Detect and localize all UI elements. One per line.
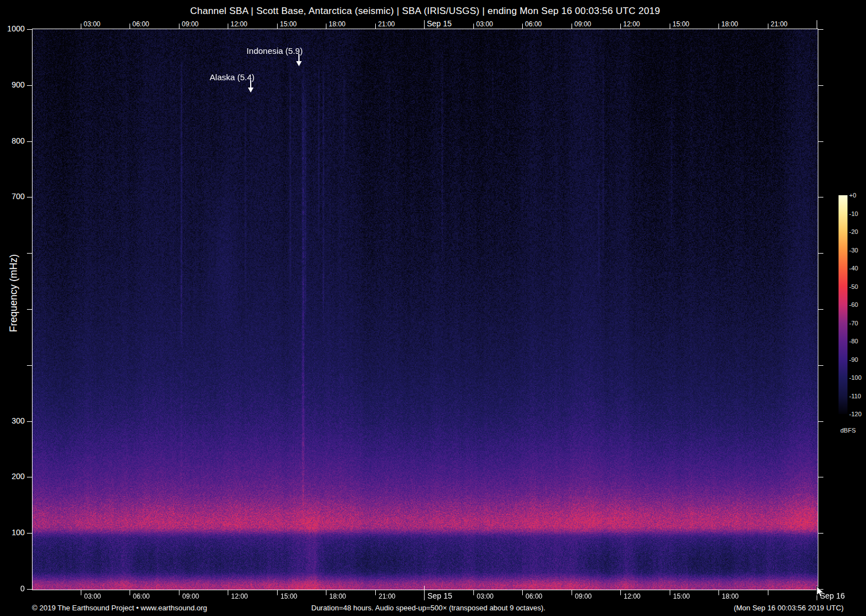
y-tick-right bbox=[818, 477, 823, 477]
x-tick-top bbox=[277, 24, 278, 29]
x-tick-label-bottom: 12:00 bbox=[624, 592, 641, 600]
x-tick-bottom bbox=[81, 590, 81, 595]
x-tick-bottom bbox=[326, 590, 326, 595]
y-tick-left bbox=[27, 85, 32, 86]
x-tick-bottom bbox=[768, 590, 768, 595]
x-tick-bottom bbox=[620, 590, 621, 595]
x-tick-label-top: 18:00 bbox=[329, 20, 346, 28]
y-tick-right bbox=[818, 29, 823, 30]
x-tick-label-top: 09:00 bbox=[182, 20, 199, 28]
y-tick-right bbox=[818, 365, 823, 366]
y-tick-label: 900 bbox=[1, 80, 25, 89]
x-tick-top bbox=[130, 24, 130, 29]
colorbar-tick-label: -50 bbox=[849, 283, 858, 290]
y-tick-label: 800 bbox=[1, 136, 25, 145]
annotation-arrow-icon bbox=[246, 80, 255, 93]
y-tick-left bbox=[27, 421, 32, 422]
x-tick-bottom bbox=[228, 590, 228, 595]
footer-duration: Duration=48 hours. Audio speed-up=500× (… bbox=[311, 604, 545, 612]
x-tick-label-bottom: Sep 16 bbox=[820, 591, 845, 600]
chart-title: Channel SBA | Scott Base, Antarctica (se… bbox=[33, 6, 818, 17]
y-tick-left bbox=[27, 141, 32, 142]
colorbar-tick-label: -10 bbox=[849, 210, 858, 217]
x-tick-label-top: 09:00 bbox=[574, 20, 591, 28]
colorbar-tick-label: -30 bbox=[849, 247, 858, 254]
y-tick-left bbox=[27, 309, 32, 310]
y-tick-left bbox=[27, 253, 32, 254]
x-tick-bottom bbox=[179, 590, 179, 595]
y-tick-right bbox=[818, 309, 823, 310]
colorbar-tick-label: -80 bbox=[849, 338, 858, 344]
x-tick-label-top: 06:00 bbox=[525, 20, 542, 28]
x-tick-label-top: Sep 15 bbox=[427, 19, 452, 28]
y-tick-label: 1000 bbox=[1, 24, 25, 33]
x-tick-bottom bbox=[375, 590, 376, 595]
y-tick-right bbox=[818, 141, 823, 142]
x-tick-bottom bbox=[473, 590, 474, 595]
mouse-cursor-icon bbox=[814, 586, 823, 598]
annotation-arrow-icon bbox=[294, 53, 303, 67]
colorbar-tick-label: -60 bbox=[849, 301, 858, 308]
y-tick-left bbox=[27, 533, 32, 534]
x-tick-top bbox=[817, 20, 817, 29]
x-tick-label-bottom: 12:00 bbox=[231, 592, 248, 600]
colorbar-tick-label: -120 bbox=[849, 411, 862, 417]
spectrogram-app: Channel SBA | Scott Base, Antarctica (se… bbox=[0, 0, 866, 616]
plot-frame bbox=[32, 29, 818, 590]
y-tick-left bbox=[27, 589, 32, 590]
x-tick-label-bottom: 15:00 bbox=[280, 592, 297, 600]
y-tick-label: 0 bbox=[1, 584, 25, 593]
x-tick-label-bottom: 03:00 bbox=[84, 592, 101, 600]
x-tick-top bbox=[375, 24, 376, 29]
x-tick-label-top: 15:00 bbox=[672, 20, 689, 28]
y-tick-left bbox=[27, 477, 32, 477]
x-tick-top bbox=[768, 24, 768, 29]
colorbar-tick-label: -90 bbox=[849, 356, 858, 363]
x-tick-top bbox=[620, 24, 621, 29]
x-tick-label-bottom: 15:00 bbox=[673, 592, 690, 600]
x-tick-top bbox=[522, 24, 523, 29]
x-tick-label-bottom: 21:00 bbox=[379, 592, 395, 600]
x-tick-bottom bbox=[522, 590, 523, 595]
colorbar-tick-label: -110 bbox=[849, 393, 861, 399]
colorbar-gradient bbox=[839, 195, 847, 414]
y-axis-title: Frequency (mHz) bbox=[8, 142, 20, 445]
x-tick-top bbox=[81, 24, 81, 29]
footer-copyright: © 2019 The Earthsound Project • www.eart… bbox=[32, 604, 207, 612]
colorbar-tick-label: -40 bbox=[849, 265, 858, 272]
x-tick-label-top: 21:00 bbox=[378, 20, 395, 28]
x-tick-bottom bbox=[718, 590, 719, 595]
colorbar-unit-label: dBFS bbox=[839, 427, 858, 434]
x-tick-label-bottom: 09:00 bbox=[182, 592, 199, 600]
x-tick-top bbox=[670, 24, 670, 29]
y-tick-label: 700 bbox=[1, 192, 25, 201]
x-tick-top bbox=[179, 24, 179, 29]
x-tick-bottom bbox=[572, 590, 572, 595]
x-tick-top bbox=[424, 20, 425, 29]
y-tick-right bbox=[818, 533, 823, 534]
x-tick-top bbox=[326, 24, 326, 29]
colorbar-tick-label: +0 bbox=[849, 192, 856, 199]
x-tick-label-bottom: 18:00 bbox=[329, 592, 346, 600]
colorbar-tick-label: -70 bbox=[849, 320, 858, 327]
x-tick-label-top: 15:00 bbox=[280, 20, 297, 28]
x-tick-top bbox=[572, 24, 572, 29]
x-tick-label-bottom: 03:00 bbox=[477, 592, 494, 600]
x-tick-bottom bbox=[130, 590, 130, 595]
y-tick-right bbox=[818, 421, 823, 422]
x-tick-top bbox=[473, 24, 474, 29]
x-tick-label-top: 21:00 bbox=[771, 20, 787, 28]
x-tick-label-top: 03:00 bbox=[84, 20, 100, 28]
spectrogram-canvas bbox=[33, 29, 818, 590]
x-tick-top bbox=[718, 24, 719, 29]
y-tick-label: 200 bbox=[1, 472, 25, 481]
y-tick-label: 100 bbox=[1, 528, 25, 537]
y-tick-right bbox=[818, 253, 823, 254]
x-tick-label-top: 12:00 bbox=[623, 20, 640, 28]
footer-timestamp: (Mon Sep 16 00:03:56 2019 UTC) bbox=[734, 604, 844, 612]
y-tick-left bbox=[27, 197, 32, 197]
colorbar-tick-label: -100 bbox=[849, 374, 862, 381]
x-tick-label-bottom: Sep 15 bbox=[427, 591, 452, 600]
y-tick-right bbox=[818, 85, 823, 86]
y-tick-left bbox=[27, 29, 32, 30]
